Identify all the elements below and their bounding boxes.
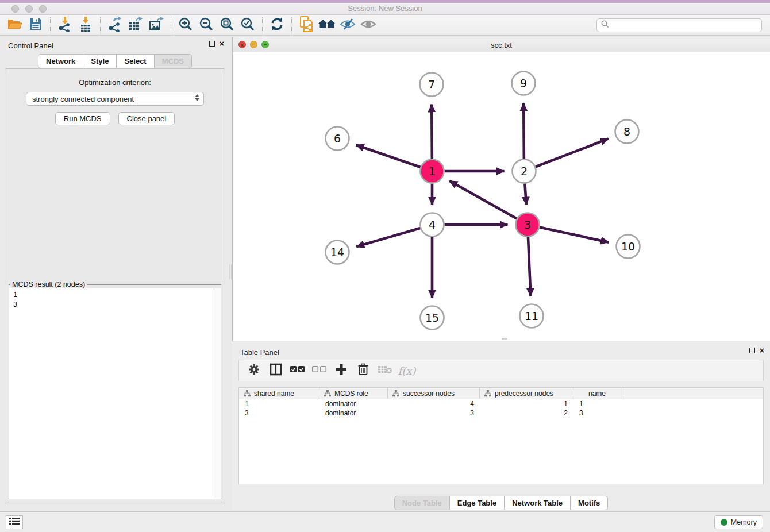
import-network-button[interactable]	[55, 16, 75, 34]
export-network-button[interactable]	[105, 16, 125, 34]
table-row[interactable]: 3 dominator 3 2 3	[239, 408, 763, 418]
select-stepper-icon	[195, 94, 199, 101]
save-session-button[interactable]	[25, 16, 46, 34]
add-column-button[interactable]	[333, 362, 349, 379]
memory-label: Memory	[731, 518, 757, 526]
graph-node-label: 15	[425, 311, 439, 324]
mcds-panel: Optimization criterion: strongly connect…	[5, 68, 225, 504]
zoom-selected-button[interactable]	[237, 16, 258, 34]
cell-mcds-role[interactable]: dominator	[319, 399, 388, 408]
panel-splitter-handle[interactable]	[229, 264, 232, 279]
canvas-resize-handle[interactable]	[502, 338, 507, 340]
show-all-views-button[interactable]	[317, 16, 337, 34]
column-header-successor-nodes[interactable]: successor nodes	[388, 388, 480, 399]
edge-2-3[interactable]	[525, 183, 526, 205]
network-window-titlebar: x – + scc.txt	[233, 37, 770, 52]
cell-shared-name[interactable]: 3	[239, 408, 319, 418]
toolbar-separator	[171, 17, 171, 33]
open-folder-icon	[7, 17, 23, 33]
refresh-layout-button[interactable]	[267, 16, 287, 34]
tab-network-table[interactable]: Network Table	[505, 496, 571, 510]
edge-3-11[interactable]	[528, 237, 531, 296]
cell-predecessor-nodes[interactable]: 2	[480, 408, 573, 418]
edge-2-9[interactable]	[523, 103, 524, 159]
table-panel-header: Table Panel ×	[232, 342, 770, 361]
tab-edge-table[interactable]: Edge Table	[450, 496, 505, 510]
table-settings-button[interactable]	[246, 362, 262, 379]
clone-network-button[interactable]	[296, 16, 317, 34]
cell-name[interactable]: 3	[573, 408, 621, 418]
houses-icon	[318, 17, 336, 33]
show-panels-button[interactable]	[358, 16, 379, 34]
float-table-panel-icon[interactable]	[749, 348, 755, 353]
criterion-select[interactable]: strongly connected component	[26, 92, 204, 106]
select-all-columns-button[interactable]	[290, 362, 306, 379]
edge-1-6[interactable]	[356, 145, 421, 167]
split-view-button[interactable]	[268, 362, 284, 379]
table-panel-title: Table Panel	[240, 348, 279, 357]
close-panel-button[interactable]: Close panel	[118, 112, 175, 125]
fx-icon: f(x)	[398, 365, 416, 377]
edge-3-10[interactable]	[540, 228, 609, 242]
graph-node-label: 3	[524, 218, 531, 231]
tab-style[interactable]: Style	[83, 54, 117, 68]
close-panel-icon[interactable]: ×	[220, 41, 224, 47]
memory-button[interactable]: Memory	[714, 515, 763, 529]
deselect-all-columns-button[interactable]	[311, 362, 328, 379]
delete-column-button[interactable]	[355, 362, 371, 379]
graph-node-label: 9	[520, 77, 527, 90]
eye-slash-icon	[340, 18, 356, 33]
refresh-icon	[270, 17, 284, 34]
split-columns-icon	[270, 363, 282, 378]
tab-mcds[interactable]: MCDS	[155, 54, 192, 68]
column-header-mcds-role[interactable]: MCDS role	[319, 388, 388, 399]
cell-mcds-role[interactable]: dominator	[319, 408, 388, 418]
tab-select[interactable]: Select	[117, 54, 154, 68]
node-table-header: shared name MCDS role successor nodes pr…	[239, 388, 763, 399]
run-mcds-button[interactable]: Run MCDS	[55, 112, 110, 125]
result-scrollbar[interactable]	[214, 288, 221, 499]
tab-node-table[interactable]: Node Table	[394, 496, 450, 510]
import-table-button[interactable]	[75, 16, 96, 34]
zoom-fit-button[interactable]	[217, 16, 237, 34]
mcds-result-list: 1 3	[9, 288, 221, 310]
column-header-predecessor-nodes[interactable]: predecessor nodes	[480, 388, 573, 399]
memory-status-icon	[721, 519, 727, 526]
network-canvas[interactable]: 7968124314101511	[233, 52, 770, 341]
task-history-button[interactable]	[6, 515, 23, 529]
application-window: Session: New Session	[0, 0, 770, 532]
open-session-button[interactable]	[5, 16, 25, 34]
export-image-button[interactable]	[146, 16, 167, 34]
cell-predecessor-nodes[interactable]: 1	[480, 399, 573, 408]
tree-icon	[392, 390, 399, 397]
export-table-button[interactable]	[125, 16, 146, 34]
close-table-panel-icon[interactable]: ×	[760, 348, 764, 353]
tab-network[interactable]: Network	[38, 54, 83, 68]
edge-3-1[interactable]	[449, 181, 517, 219]
edge-1-7[interactable]	[432, 104, 432, 159]
zoom-in-button[interactable]	[175, 16, 196, 34]
control-panel-tabs: Network Style Select MCDS	[0, 54, 230, 68]
table-toolbar: f(x)	[238, 360, 764, 381]
zoom-out-button[interactable]	[196, 16, 217, 34]
edge-2-8[interactable]	[536, 138, 609, 167]
hide-panels-button[interactable]	[337, 16, 358, 34]
graph-node-label: 4	[429, 218, 436, 231]
search-input[interactable]	[610, 20, 761, 31]
cell-shared-name[interactable]: 1	[239, 399, 319, 408]
cell-successor-nodes[interactable]: 4	[388, 399, 480, 408]
table-tabs: Node Table Edge Table Network Table Moti…	[394, 496, 609, 510]
optimization-criterion-label: Optimization criterion:	[5, 78, 225, 87]
export-table-icon	[128, 16, 144, 34]
mcds-result-line: 1	[13, 290, 221, 300]
cell-name[interactable]: 1	[573, 399, 621, 408]
float-panel-icon[interactable]	[209, 41, 215, 47]
cell-successor-nodes[interactable]: 3	[388, 408, 480, 418]
table-row[interactable]: 1 dominator 4 1 1	[239, 399, 763, 408]
column-header-shared-name[interactable]: shared name	[239, 388, 319, 399]
column-header-name[interactable]: name	[573, 388, 621, 399]
graph-node-label: 11	[525, 310, 538, 322]
edge-4-14[interactable]	[356, 228, 420, 246]
network-graph[interactable]: 7968124314101511	[233, 52, 769, 342]
tab-motifs[interactable]: Motifs	[571, 496, 608, 510]
